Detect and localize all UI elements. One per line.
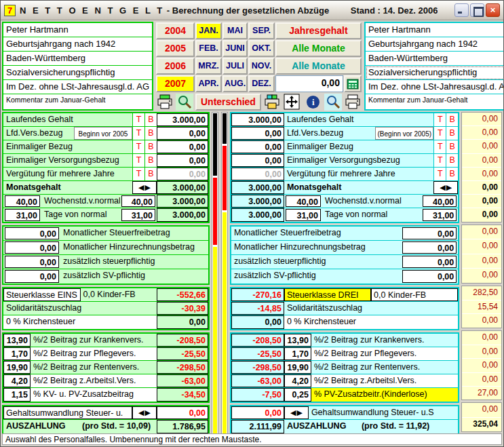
close-button[interactable]: × xyxy=(486,3,500,17)
month-button-feb[interactable]: FEB. xyxy=(195,40,222,57)
rate-input[interactable]: 1,70 xyxy=(3,347,31,360)
arrow-right-icon[interactable]: ▶ xyxy=(145,183,151,192)
alle-monate-button-2[interactable]: Alle Monate xyxy=(275,58,362,75)
person-state[interactable]: Baden-Württemberg xyxy=(366,52,504,66)
month-button-juni[interactable]: JUNI xyxy=(222,40,248,57)
kirchensteuer-selector[interactable]: 0 % Kirchensteuer xyxy=(284,315,458,329)
unterschied-button[interactable]: Unterschied xyxy=(195,94,261,111)
earnings-value-input[interactable]: 0,00 xyxy=(231,168,284,180)
earnings-value-input[interactable]: 0,00 xyxy=(157,168,208,180)
person-insurance-status[interactable]: Sozialversicherungspflichtig xyxy=(3,66,152,80)
month-button-aug[interactable]: AUG. xyxy=(222,75,248,92)
person-name[interactable]: Peter Hartmann xyxy=(366,23,504,37)
person-insurance-status[interactable]: Sozialversicherungspflichtig xyxy=(366,66,504,80)
person-birth-year[interactable]: Geburtsjahrgang nach 1942 xyxy=(3,37,152,52)
umwandlung-spinner[interactable]: ◀▶ xyxy=(132,406,157,419)
month-button-dez[interactable]: DEZ. xyxy=(248,75,275,92)
zoom-right-button[interactable] xyxy=(324,94,342,111)
arrow-right-icon[interactable]: ▶ xyxy=(446,183,452,192)
expand-button[interactable] xyxy=(283,94,301,111)
rate-input[interactable]: 0,25 xyxy=(284,388,311,402)
month-button-juli[interactable]: JULI xyxy=(222,58,248,75)
rate-input[interactable]: 1,70 xyxy=(284,347,311,360)
month-button-sep[interactable]: SEP. xyxy=(248,22,275,39)
allowance-input[interactable]: 0,00 xyxy=(402,241,457,254)
rate-input[interactable]: 4,20 xyxy=(3,374,31,387)
sv-flag-button[interactable]: B xyxy=(144,140,157,153)
earnings-value-input[interactable]: 3.000,00 xyxy=(231,113,284,126)
person-name[interactable]: Peter Hartmann xyxy=(3,23,152,37)
year-button-2005[interactable]: 2005 xyxy=(156,40,195,57)
earnings-value-input[interactable]: 0,00 xyxy=(157,140,208,153)
sv-flag-button[interactable]: B xyxy=(446,168,458,180)
hours-normal-input[interactable]: 40,00 xyxy=(423,195,457,207)
rate-input[interactable]: 13,90 xyxy=(284,334,311,347)
tax-flag-button[interactable]: T xyxy=(132,154,144,167)
earnings-value-input[interactable]: 3.000,00 xyxy=(157,113,208,126)
umwandlung-spinner[interactable]: ◀▶ xyxy=(284,406,309,419)
print-right-button[interactable] xyxy=(344,94,362,111)
umwandlung-value[interactable]: 0,00 xyxy=(231,406,284,419)
arrow-left-icon[interactable]: ◀ xyxy=(138,183,144,192)
month-button-mrz[interactable]: MRZ. xyxy=(195,58,222,75)
person-state[interactable]: Baden-Württemberg xyxy=(3,52,152,66)
allowance-input[interactable]: 0,00 xyxy=(402,256,457,268)
sv-flag-button[interactable]: B xyxy=(144,168,157,180)
hours-input[interactable]: 40,00 xyxy=(5,195,40,207)
pension-start-note[interactable]: (Beginn vor 2005) xyxy=(375,127,433,140)
person-birth-year[interactable]: Geburtsjahrgang nach 1942 xyxy=(366,37,504,52)
earnings-value-input[interactable]: 0,00 xyxy=(157,127,208,140)
year-button-2006[interactable]: 2006 xyxy=(156,58,195,75)
hours-input[interactable]: 40,00 xyxy=(286,195,321,207)
year-button-2007[interactable]: 2007 xyxy=(156,75,195,92)
info-button[interactable]: i xyxy=(305,94,322,111)
tax-flag-button[interactable]: T xyxy=(132,140,144,153)
arrow-right-icon[interactable]: ▶ xyxy=(145,408,151,417)
month-spinner[interactable]: ◀▶ xyxy=(433,181,458,194)
zoom-left-button[interactable] xyxy=(176,94,193,111)
jahresgehalt-button[interactable]: Jahresgehalt xyxy=(275,22,362,39)
sv-flag-button[interactable]: B xyxy=(144,154,157,167)
alle-monate-button-1[interactable]: Alle Monate xyxy=(275,40,362,57)
person-comment[interactable]: Kommentar zum Januar-Gehalt xyxy=(3,94,152,109)
sv-flag-button[interactable]: B xyxy=(446,140,458,153)
pension-start-note[interactable]: Beginn vor 2005 xyxy=(74,127,132,140)
month-button-jan[interactable]: JAN. xyxy=(195,22,222,39)
hours-normal-input[interactable]: 40,00 xyxy=(121,195,155,207)
sv-flag-button[interactable]: B xyxy=(144,113,157,126)
days-normal-input[interactable]: 31,00 xyxy=(121,209,155,221)
person-comment[interactable]: Kommentar zum Januar-Gehalt xyxy=(366,94,504,109)
days-input[interactable]: 31,00 xyxy=(5,209,40,221)
days-normal-input[interactable]: 31,00 xyxy=(423,209,457,221)
arrow-right-icon[interactable]: ▶ xyxy=(296,408,302,417)
tax-flag-button[interactable]: T xyxy=(132,113,144,126)
month-spinner[interactable]: ◀▶ xyxy=(132,181,157,194)
person-december-option[interactable]: Im Dez. ohne LSt-Jahresausgl.d. AG xyxy=(3,80,152,94)
minimize-button[interactable] xyxy=(454,3,469,17)
allowance-input[interactable]: 0,00 xyxy=(5,270,59,283)
year-button-2004[interactable]: 2004 xyxy=(156,22,195,39)
person-december-option[interactable]: Im Dez. ohne LSt-Jahresausgl.d. AG xyxy=(366,80,504,94)
kinder-fb-label[interactable]: 0,0 Kinder-FB xyxy=(371,288,458,301)
earnings-value-input[interactable]: 0,00 xyxy=(231,140,284,153)
arrow-left-icon[interactable]: ◀ xyxy=(290,408,296,417)
allowance-input[interactable]: 0,00 xyxy=(5,256,59,268)
tax-flag-button[interactable]: T xyxy=(132,168,144,180)
allowance-input[interactable]: 0,00 xyxy=(402,227,457,239)
kirchensteuer-selector[interactable]: 0 % Kirchensteuer xyxy=(3,315,157,329)
sv-flag-button[interactable]: B xyxy=(446,113,458,126)
sv-flag-button[interactable]: B xyxy=(446,154,458,167)
tax-class-selector[interactable]: Steuerklasse DREI xyxy=(284,288,371,301)
tax-flag-button[interactable]: T xyxy=(132,127,144,140)
kinder-fb-label[interactable]: 0,0 Kinder-FB xyxy=(81,288,157,301)
tax-flag-button[interactable]: T xyxy=(433,154,446,167)
days-input[interactable]: 31,00 xyxy=(286,209,321,221)
arrow-left-icon[interactable]: ◀ xyxy=(440,183,445,192)
month-button-nov[interactable]: NOV. xyxy=(248,58,275,75)
allowance-input[interactable]: 0,00 xyxy=(5,241,59,254)
rate-input[interactable]: 1,15 xyxy=(3,388,31,402)
earnings-value-input[interactable]: 0,00 xyxy=(231,154,284,167)
month-button-mai[interactable]: MAI xyxy=(222,22,248,39)
rate-input[interactable]: 13,90 xyxy=(3,334,31,347)
tax-class-selector[interactable]: Steuerklasse EINS xyxy=(3,288,81,301)
